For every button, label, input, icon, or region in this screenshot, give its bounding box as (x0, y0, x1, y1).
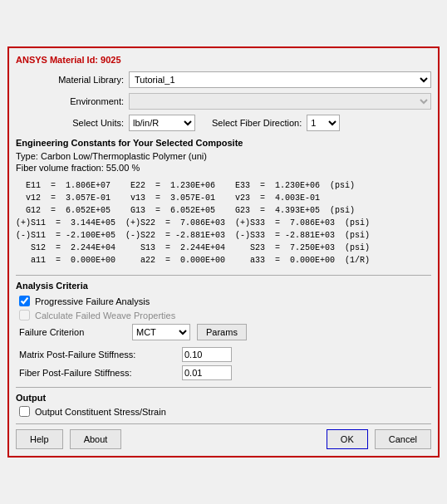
ok-button[interactable]: OK (327, 429, 368, 449)
button-row: Help About OK Cancel (16, 423, 431, 449)
progressive-failure-checkbox[interactable] (19, 296, 30, 306)
fiber-post-failure-row: Fiber Post-Failure Stiffness: (19, 365, 431, 380)
data-row-6: a11 = 0.000E+00 a22 = 0.000E+00 a33 = 0.… (16, 254, 431, 267)
progressive-failure-row: Progressive Failure Analysis (19, 296, 431, 306)
params-button[interactable]: Params (197, 324, 247, 340)
analysis-criteria-header: Analysis Criteria (16, 281, 431, 291)
output-constituent-row: Output Constituent Stress/Strain (19, 406, 431, 417)
failure-criterion-select[interactable]: MCTTsai-WuHashinMax Stress (132, 324, 190, 340)
progressive-failure-label: Progressive Failure Analysis (35, 296, 150, 306)
material-library-label: Material Library: (16, 75, 124, 85)
matrix-post-failure-row: Matrix Post-Failure Stiffness: (19, 347, 431, 362)
dialog-title: ANSYS Material Id: 9025 (16, 55, 431, 65)
calculate-failed-weave-row: Calculate Failed Weave Properties (19, 310, 431, 321)
data-row-2: G12 = 6.052E+05 G13 = 6.052E+05 G23 = 4.… (16, 204, 431, 217)
environment-select[interactable] (129, 93, 431, 110)
failure-criterion-row: Failure Criterion MCTTsai-WuHashinMax St… (19, 324, 431, 340)
data-row-0: E11 = 1.806E+07 E22 = 1.230E+06 E33 = 1.… (16, 179, 431, 192)
analysis-criteria-section: Analysis Criteria Progressive Failure An… (16, 281, 431, 380)
fiber-post-failure-input[interactable] (182, 365, 232, 380)
help-button[interactable]: Help (16, 429, 63, 449)
output-constituent-label: Output Constituent Stress/Strain (35, 407, 166, 417)
environment-label: Environment: (16, 96, 124, 106)
engineering-data-table: E11 = 1.806E+07 E22 = 1.230E+06 E33 = 1.… (16, 179, 431, 267)
select-units-label: Select Units: (16, 118, 124, 128)
matrix-post-failure-label: Matrix Post-Failure Stiffness: (19, 350, 177, 360)
calculate-failed-weave-checkbox[interactable] (19, 310, 30, 321)
failure-criterion-label: Failure Criterion (19, 327, 127, 337)
cancel-button[interactable]: Cancel (375, 429, 431, 449)
material-library-row: Material Library: Tutorial_1 (16, 71, 431, 88)
fiber-direction-select[interactable]: 1 (307, 115, 340, 131)
output-section: Output Output Constituent Stress/Strain (16, 393, 431, 417)
matrix-post-failure-input[interactable] (182, 347, 232, 362)
units-row: Select Units: lb/in/R Select Fiber Direc… (16, 115, 431, 131)
data-row-4: (-)S11 = -2.100E+05 (-)S22 = -2.881E+03 … (16, 229, 431, 242)
engineering-constants-header: Engineering Constants for Your Selected … (16, 138, 431, 148)
environment-row: Environment: (16, 93, 431, 110)
output-header: Output (16, 393, 431, 403)
fiber-post-failure-label: Fiber Post-Failure Stiffness: (19, 368, 177, 378)
calculate-failed-weave-label: Calculate Failed Weave Properties (35, 311, 175, 321)
left-buttons: Help About (16, 429, 121, 449)
about-button[interactable]: About (70, 429, 122, 449)
data-row-3: (+)S11 = 3.144E+05 (+)S22 = 7.086E+03 (+… (16, 217, 431, 229)
main-dialog: ANSYS Material Id: 9025 Material Library… (7, 46, 440, 458)
data-row-5: S12 = 2.244E+04 S13 = 2.244E+04 S23 = 7.… (16, 242, 431, 254)
data-row-1: v12 = 3.057E-01 v13 = 3.057E-01 v23 = 4.… (16, 192, 431, 204)
fiber-direction-label: Select Fiber Direction: (212, 118, 302, 128)
right-buttons: OK Cancel (327, 429, 431, 449)
material-library-select[interactable]: Tutorial_1 (129, 71, 431, 88)
type-line: Type: Carbon Low/Thermoplastic Polymer (… (16, 151, 431, 161)
output-constituent-checkbox[interactable] (19, 406, 30, 417)
fiber-volume-fraction: Fiber volume fraction: 55.00 % (16, 163, 431, 173)
units-select[interactable]: lb/in/R (129, 115, 195, 131)
